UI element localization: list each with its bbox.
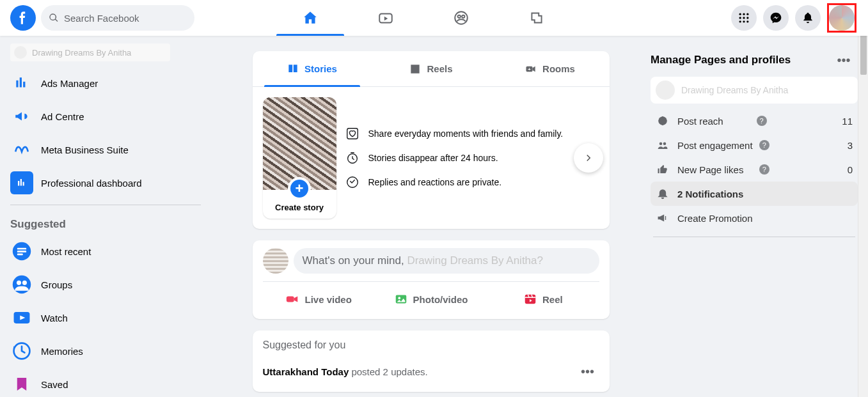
stat-create-promotion[interactable]: Create Promotion: [651, 206, 858, 230]
suggested-page-name: Uttarakhand Today: [263, 366, 349, 377]
reel-button[interactable]: Reel: [487, 287, 599, 311]
sidebar-item-groups[interactable]: Groups: [5, 268, 206, 301]
search-input[interactable]: Search Facebook: [41, 5, 194, 31]
suggested-row: Uttarakhand Today posted 2 updates. •••: [263, 360, 599, 383]
stories-info: Share everyday moments with friends and …: [345, 97, 599, 219]
account-avatar-button[interactable]: [827, 3, 856, 33]
sidebar-item-label: Ad Centre: [41, 111, 84, 122]
stat-notifications[interactable]: 2 Notifications: [651, 182, 858, 206]
btn-label: Photo/video: [413, 294, 468, 305]
tab-gaming[interactable]: [501, 0, 572, 36]
tab-watch[interactable]: [351, 0, 421, 36]
vertical-scrollbar[interactable]: ▲: [858, 0, 868, 397]
sidebar-item-ad-centre[interactable]: Ad Centre: [5, 100, 206, 133]
messenger-button[interactable]: [763, 5, 789, 31]
composer-ghost-name: Drawing Dreams By Anitha?: [407, 254, 543, 267]
sidebar-profile-name: Drawing Dreams By Anitha: [32, 48, 131, 58]
stat-post-engagement[interactable]: Post engagement ? 3: [651, 133, 858, 157]
sidebar-item-memories[interactable]: Memories: [5, 334, 206, 368]
stories-next-button[interactable]: [574, 143, 603, 173]
sidebar-item-meta-business[interactable]: Meta Business Suite: [5, 133, 206, 166]
tab-label: Rooms: [542, 63, 575, 74]
divider: [10, 205, 201, 205]
help-icon[interactable]: ?: [759, 140, 769, 150]
composer-card: What's on your mind, Drawing Dreams By A…: [253, 240, 610, 319]
live-icon: [285, 292, 299, 306]
stories-body: + Create story Share everyday moments wi…: [253, 87, 610, 229]
composer-prompt: What's on your mind,: [303, 254, 404, 267]
tab-groups[interactable]: [426, 0, 496, 36]
tab-reels[interactable]: Reels: [372, 51, 491, 86]
svg-point-5: [743, 13, 745, 15]
sidebar-item-professional-dashboard[interactable]: Professional dashboard: [5, 166, 206, 199]
photo-video-button[interactable]: Photo/video: [375, 287, 487, 311]
svg-text:+: +: [528, 66, 531, 72]
notifications-button[interactable]: [795, 5, 821, 31]
camcorder-icon: +: [525, 63, 537, 75]
sidebar-item-ads-manager[interactable]: Ads Manager: [5, 66, 206, 100]
avatar-icon[interactable]: [263, 248, 288, 274]
sidebar-item-most-recent[interactable]: Most recent: [5, 235, 206, 268]
composer-input[interactable]: What's on your mind, Drawing Dreams By A…: [294, 248, 599, 274]
groups-circle-icon: [10, 273, 33, 296]
sidebar-item-saved[interactable]: Saved: [5, 368, 206, 397]
svg-point-10: [739, 20, 741, 22]
stat-post-reach[interactable]: Post reach ? 11: [651, 109, 858, 133]
megaphone-icon: [10, 105, 33, 128]
more-options-button[interactable]: •••: [576, 360, 599, 383]
svg-rect-15: [17, 251, 26, 253]
suggested-text[interactable]: Uttarakhand Today posted 2 updates.: [263, 366, 428, 377]
sidebar-item-label: Saved: [41, 379, 68, 390]
live-video-button[interactable]: Live video: [263, 287, 375, 311]
bars-icon: [10, 72, 33, 95]
help-icon[interactable]: ?: [757, 116, 767, 126]
tab-home[interactable]: [275, 0, 345, 36]
sidebar-profile-chip[interactable]: Drawing Dreams By Anitha: [10, 43, 170, 61]
panel-more-button[interactable]: •••: [832, 49, 855, 72]
menu-grid-button[interactable]: [731, 5, 757, 31]
tab-rooms[interactable]: + Rooms: [491, 51, 610, 86]
create-story-card[interactable]: + Create story: [263, 97, 336, 219]
story-info-row: Stories disappear after 24 hours.: [345, 151, 599, 165]
home-icon: [302, 10, 319, 26]
panel-header: Manage Pages and profiles •••: [651, 49, 858, 72]
page-name: Drawing Dreams By Anitha: [681, 85, 788, 95]
story-info-row: Replies and reactions are private.: [345, 175, 599, 189]
reel-icon: [523, 292, 537, 306]
tab-label: Stories: [304, 63, 337, 74]
sidebar-item-label: Groups: [41, 279, 72, 290]
svg-rect-14: [17, 248, 26, 250]
stat-label: Post reach: [677, 116, 753, 127]
timer-icon: [345, 151, 359, 165]
svg-point-8: [743, 17, 745, 19]
svg-point-12: [746, 20, 748, 22]
messenger-icon: [769, 12, 782, 24]
facebook-logo-icon[interactable]: [10, 5, 36, 31]
watch-square-icon: [10, 306, 33, 329]
sidebar-heading-suggested: Suggested: [5, 210, 206, 235]
managed-page-chip[interactable]: Drawing Dreams By Anitha: [651, 77, 858, 104]
bell-outline-icon: [656, 188, 670, 199]
groups-icon: [453, 10, 470, 26]
center-feed: Stories Reels + Rooms + Create: [242, 36, 620, 397]
help-icon[interactable]: ?: [759, 164, 769, 175]
divider: [653, 237, 855, 237]
tab-stories[interactable]: Stories: [253, 51, 372, 86]
svg-rect-30: [525, 295, 536, 304]
composer-top: What's on your mind, Drawing Dreams By A…: [263, 248, 599, 282]
svg-rect-27: [287, 296, 294, 302]
stat-new-page-likes[interactable]: New Page likes ? 0: [651, 157, 858, 182]
svg-point-6: [746, 13, 748, 15]
sidebar-item-label: Memories: [41, 346, 83, 357]
svg-point-17: [13, 276, 31, 293]
dots-icon: •••: [837, 53, 850, 68]
suggested-meta: posted 2 updates.: [349, 366, 427, 377]
svg-point-2: [458, 15, 461, 18]
stat-value: 0: [848, 164, 853, 175]
search-placeholder: Search Facebook: [64, 13, 139, 24]
svg-point-9: [746, 17, 748, 19]
composer-actions: Live video Photo/video Reel: [263, 282, 599, 311]
suggested-card: Suggested for you Uttarakhand Today post…: [253, 331, 610, 392]
header-left: Search Facebook: [0, 5, 230, 31]
sidebar-item-watch[interactable]: Watch: [5, 301, 206, 334]
